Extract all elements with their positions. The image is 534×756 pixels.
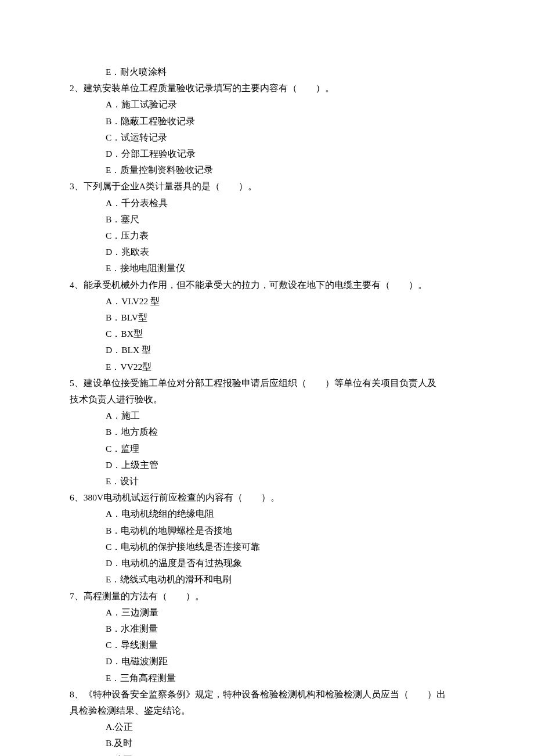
question-option: B．塞尺 (70, 211, 464, 228)
question-stem: 8、《特种设备安全监察条例》规定，特种设备检验检测机构和检验检测人员应当（ ）出 (70, 686, 464, 703)
question-option: D．上级主管 (70, 457, 464, 473)
question-stem: 4、能承受机械外力作用，但不能承受大的拉力，可敷设在地下的电缆主要有（ ）。 (70, 277, 464, 293)
question-option: C.公平 (70, 752, 464, 756)
question-option: C．BX型 (70, 326, 464, 342)
questions-container: 2、建筑安装单位工程质量验收记录填写的主要内容有（ ）。A．施工试验记录B．隐蔽… (70, 80, 464, 756)
question-option: E．设计 (70, 473, 464, 489)
question-option: A．VLV22 型 (70, 293, 464, 309)
question-stem-continuation: 具检验检测结果、鉴定结论。 (70, 703, 464, 719)
question-option: B．隐蔽工程验收记录 (70, 113, 464, 129)
question-option: A．施工试验记录 (70, 96, 464, 113)
question-option: B．电动机的地脚螺栓是否接地 (70, 523, 464, 539)
question-option: C．导线测量 (70, 637, 464, 653)
question-option: D．电动机的温度是否有过热现象 (70, 555, 464, 571)
question-option: A.公正 (70, 719, 464, 735)
document-page: E．耐火喷涂料 2、建筑安装单位工程质量验收记录填写的主要内容有（ ）。A．施工… (0, 0, 534, 756)
question-option: E．三角高程测量 (70, 670, 464, 686)
question-option: C．电动机的保护接地线是否连接可靠 (70, 539, 464, 555)
question-option: B．BLV型 (70, 309, 464, 326)
question-stem: 3、下列属于企业A类计量器具的是（ ）。 (70, 178, 464, 195)
question-option: D．BLX 型 (70, 342, 464, 358)
question-option: B.及时 (70, 735, 464, 751)
question-option: D．分部工程验收记录 (70, 146, 464, 162)
question-option: C．试运转记录 (70, 129, 464, 146)
question-option: E．绕线式电动机的滑环和电刷 (70, 571, 464, 588)
question-option: B．地方质检 (70, 424, 464, 440)
question-option: E．质量控制资料验收记录 (70, 162, 464, 178)
question-option: D．兆欧表 (70, 244, 464, 260)
question-stem: 2、建筑安装单位工程质量验收记录填写的主要内容有（ ）。 (70, 80, 464, 96)
question-option: E．接地电阻测量仪 (70, 260, 464, 276)
question-option: C．监理 (70, 441, 464, 457)
question-option: A．千分表检具 (70, 195, 464, 211)
question-stem: 6、380V电动机试运行前应检查的内容有（ ）。 (70, 489, 464, 506)
question-stem-continuation: 技术负责人进行验收。 (70, 391, 464, 408)
question-stem: 5、建设单位接受施工单位对分部工程报验申请后应组织（ ）等单位有关项目负责人及 (70, 375, 464, 391)
question-option: C．压力表 (70, 228, 464, 244)
question-option: B．水准测量 (70, 621, 464, 637)
orphan-option: E．耐火喷涂料 (70, 64, 464, 80)
question-stem: 7、高程测量的方法有（ ）。 (70, 588, 464, 604)
question-option: A．三边测量 (70, 604, 464, 621)
question-option: D．电磁波测距 (70, 653, 464, 669)
question-option: A．施工 (70, 408, 464, 424)
question-option: E．VV22型 (70, 359, 464, 375)
question-option: A．电动机绕组的绝缘电阻 (70, 506, 464, 522)
